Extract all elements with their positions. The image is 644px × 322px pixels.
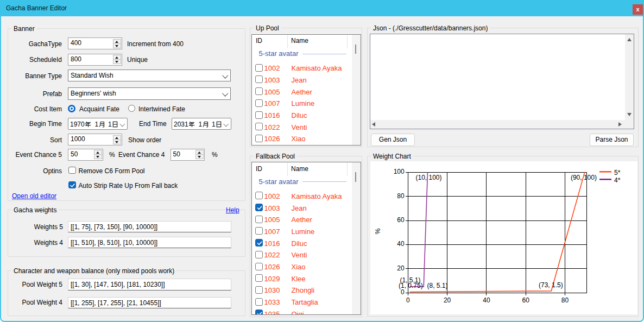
svg-text:0: 0 [401,288,405,296]
svg-text:20: 20 [397,264,405,272]
svg-text:4*: 4* [614,176,621,184]
svg-text:%: % [374,228,382,234]
svg-text:80: 80 [561,296,569,304]
svg-text:60: 60 [397,216,405,223]
svg-text:(1, 0.75): (1, 0.75) [399,281,423,289]
svg-text:20: 20 [444,296,451,304]
svg-text:100: 100 [394,168,405,175]
svg-text:0: 0 [406,296,410,304]
svg-text:5*: 5* [614,168,621,176]
svg-text:40: 40 [483,296,490,304]
svg-text:40: 40 [397,240,405,248]
svg-text:(10, 100): (10, 100) [416,173,442,181]
svg-text:(73, 1.5): (73, 1.5) [539,281,563,289]
svg-text:60: 60 [522,296,530,304]
svg-text:(90, 100): (90, 100) [571,173,597,181]
svg-text:80: 80 [397,192,405,199]
svg-text:(8, 5.1): (8, 5.1) [427,281,448,289]
